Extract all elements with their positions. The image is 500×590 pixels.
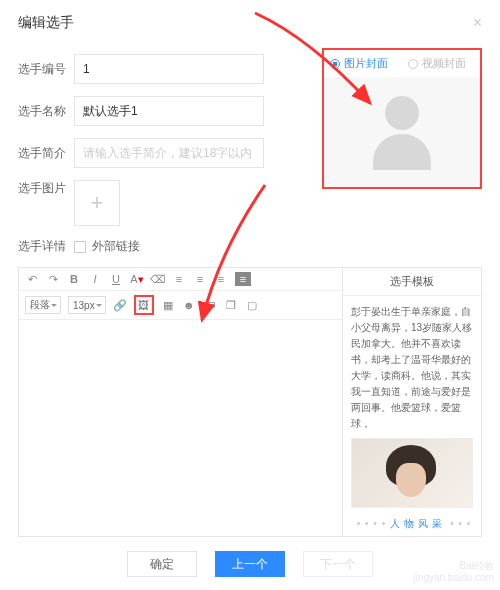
- next-button[interactable]: 下一个: [303, 551, 373, 577]
- rich-editor: ↶ ↷ B I U A▾ ⌫ ≡ ≡ ≡ ≡ 段落 13px 🔗 🖼 ▦ ☻ 🏷: [18, 267, 482, 537]
- underline-icon[interactable]: U: [109, 272, 123, 286]
- avatar-placeholder-icon: [367, 92, 437, 172]
- paragraph-select[interactable]: 段落: [25, 296, 61, 314]
- template-item[interactable]: 彭于晏出生于单亲家庭，自小父母离异，13岁随家人移民加拿大。他并不喜欢读书，却考…: [343, 296, 481, 536]
- italic-icon[interactable]: I: [88, 272, 102, 286]
- dialog-title: 编辑选手: [18, 14, 74, 32]
- editor-body[interactable]: [19, 320, 342, 500]
- template-image: [351, 438, 473, 508]
- pic-label: 选手图片: [18, 180, 74, 197]
- paste-icon[interactable]: ▢: [245, 298, 259, 312]
- close-icon[interactable]: ×: [473, 14, 482, 32]
- ok-button[interactable]: 确定: [127, 551, 197, 577]
- id-label: 选手编号: [18, 61, 74, 78]
- intro-input[interactable]: [74, 138, 264, 168]
- toolbar-row-2: 段落 13px 🔗 🖼 ▦ ☻ 🏷 ❐ ▢: [19, 291, 342, 320]
- align-justify-icon[interactable]: ≡: [235, 272, 251, 286]
- detail-label: 选手详情: [18, 238, 74, 255]
- copy-icon[interactable]: ❐: [224, 298, 238, 312]
- radio-off-icon: [408, 59, 418, 69]
- intro-label: 选手简介: [18, 145, 74, 162]
- external-link-label: 外部链接: [92, 238, 140, 255]
- link-icon[interactable]: 🔗: [113, 298, 127, 312]
- clear-format-icon[interactable]: ⌫: [151, 272, 165, 286]
- font-color-icon[interactable]: A▾: [130, 272, 144, 286]
- fontsize-select[interactable]: 13px: [68, 296, 106, 314]
- toolbar-row-1: ↶ ↷ B I U A▾ ⌫ ≡ ≡ ≡ ≡: [19, 268, 342, 291]
- align-right-icon[interactable]: ≡: [214, 272, 228, 286]
- external-link-checkbox[interactable]: [74, 241, 86, 253]
- attachment-icon[interactable]: 🏷: [203, 298, 217, 312]
- id-input[interactable]: [74, 54, 264, 84]
- template-subtitle-1: 人物风采: [351, 516, 473, 536]
- tab-image-cover[interactable]: 图片封面: [324, 50, 402, 77]
- tab-video-cover[interactable]: 视频封面: [402, 50, 480, 77]
- emoji-icon[interactable]: ☻: [182, 298, 196, 312]
- template-panel-title: 选手模板: [343, 268, 481, 296]
- add-image-button[interactable]: +: [74, 180, 120, 226]
- cover-upload-area[interactable]: [324, 77, 480, 187]
- align-center-icon[interactable]: ≡: [193, 272, 207, 286]
- image-icon[interactable]: 🖼: [137, 298, 151, 312]
- name-input[interactable]: [74, 96, 264, 126]
- watermark: Bai经验jingyan.baidu.com: [413, 560, 494, 584]
- prev-button[interactable]: 上一个: [215, 551, 285, 577]
- radio-on-icon: [330, 59, 340, 69]
- bold-icon[interactable]: B: [67, 272, 81, 286]
- cover-panel: 图片封面 视频封面: [322, 48, 482, 189]
- video-icon[interactable]: ▦: [161, 298, 175, 312]
- name-label: 选手名称: [18, 103, 74, 120]
- dialog-header: 编辑选手 ×: [18, 14, 482, 42]
- undo-icon[interactable]: ↶: [25, 272, 39, 286]
- redo-icon[interactable]: ↷: [46, 272, 60, 286]
- template-text: 彭于晏出生于单亲家庭，自小父母离异，13岁随家人移民加拿大。他并不喜欢读书，却考…: [351, 304, 473, 432]
- align-left-icon[interactable]: ≡: [172, 272, 186, 286]
